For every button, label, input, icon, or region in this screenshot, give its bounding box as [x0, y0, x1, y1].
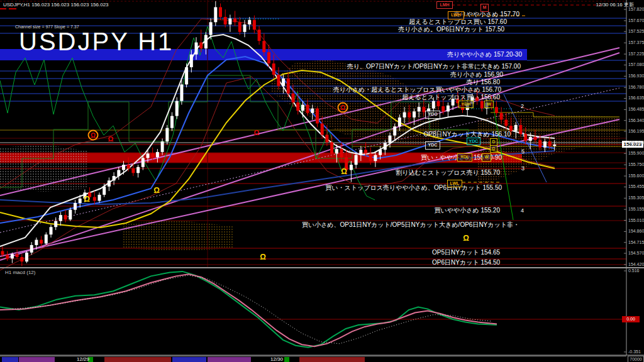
candle-body [350, 165, 353, 170]
ma-white-fast [0, 35, 555, 246]
candle-body [504, 120, 508, 126]
cloud-mid [270, 60, 440, 148]
candle-body [204, 35, 208, 48]
candle-body [470, 97, 474, 104]
candle-body [384, 143, 387, 150]
candle-body [199, 43, 203, 49]
candle-body [165, 128, 169, 141]
candle-body [524, 134, 527, 141]
candle-body [282, 79, 285, 86]
candle-body [50, 227, 53, 234]
candle-body [74, 203, 77, 210]
candle-body [316, 109, 319, 124]
candle-body [486, 102, 489, 109]
candle-body [262, 41, 265, 52]
candle-body [142, 158, 145, 167]
candle-body [543, 141, 547, 148]
candle-body [253, 20, 256, 30]
candle-body [534, 137, 537, 140]
candle-body [224, 17, 227, 25]
candle-body [466, 104, 469, 110]
macd-line-green [0, 272, 497, 348]
candle-body [79, 199, 82, 203]
candle-body [553, 145, 556, 146]
candle-body [267, 52, 270, 63]
candle-body [175, 101, 179, 116]
candle-body [1, 251, 4, 255]
candle-body [151, 153, 154, 157]
candle-body [432, 101, 435, 109]
candle-body [452, 99, 455, 106]
candle-body [335, 149, 338, 153]
candle-body [277, 75, 280, 86]
candle-body [93, 197, 96, 201]
candle-body [16, 254, 19, 257]
candle-body [122, 165, 125, 170]
candle-body [185, 67, 188, 84]
candle-body [340, 149, 343, 157]
mt4-chart-window: USDJPY H1 USDJPY,H1 156.023 156.023 156.… [0, 0, 644, 362]
candle-body [306, 105, 309, 113]
candle-body [413, 111, 416, 118]
candle-body [64, 215, 67, 219]
candle-body [538, 140, 541, 148]
candle-body [248, 20, 251, 25]
candle-body [379, 150, 382, 155]
candle-body [209, 22, 213, 35]
candle-body [45, 234, 48, 243]
candle-body [398, 118, 401, 126]
candle-body [156, 152, 159, 157]
candle-body [311, 109, 314, 113]
candle-body [113, 176, 116, 180]
candle-body [447, 106, 450, 112]
candle-body [131, 168, 135, 173]
candle-body [519, 125, 522, 134]
candle-body [345, 157, 348, 170]
candle-body [418, 107, 421, 111]
candle-body [359, 150, 362, 155]
candle-body [325, 134, 328, 142]
candle-body [40, 240, 43, 244]
candle-body [219, 7, 222, 17]
candle-body [30, 245, 33, 253]
candle-body [35, 240, 38, 245]
candle-body [88, 192, 91, 197]
candle-body [272, 63, 275, 75]
candle-body [103, 187, 106, 195]
candle-body [456, 99, 459, 103]
candle-body [514, 125, 518, 131]
candle-body [408, 112, 411, 118]
candle-body [374, 155, 377, 162]
candle-body [287, 79, 290, 94]
candle-body [147, 153, 150, 158]
candle-body [321, 123, 324, 134]
candle-body [441, 106, 445, 111]
candle-body [330, 142, 333, 153]
candle-body [490, 102, 493, 107]
candle-body [495, 107, 498, 113]
candle-body [238, 22, 242, 32]
candle-body [548, 141, 552, 146]
symbol-watermark: USDJPY H1 [19, 28, 174, 56]
candle-body [292, 94, 295, 102]
candle-body [127, 165, 130, 168]
candle-body [233, 18, 236, 22]
candle-body [389, 136, 392, 143]
candle-body [69, 210, 72, 220]
candle-body [529, 137, 532, 141]
candle-body [355, 155, 358, 165]
candle-body [301, 105, 304, 111]
candle-body [228, 18, 231, 25]
candle-body [59, 215, 62, 221]
candle-body [427, 109, 430, 112]
candle-body [475, 97, 479, 101]
candle-body [161, 141, 164, 152]
candle-body [422, 107, 425, 112]
candle-body [296, 102, 299, 111]
candle-body [108, 180, 111, 187]
candle-body [6, 255, 9, 258]
cloud-lower [123, 220, 233, 251]
candle-body [83, 192, 86, 199]
candle-body [11, 254, 14, 258]
candle-body [509, 126, 513, 131]
